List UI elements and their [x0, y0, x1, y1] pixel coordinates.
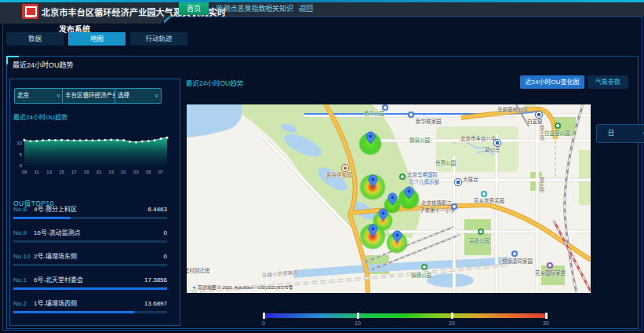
station-name: 1号-填埋场西侧	[34, 299, 144, 309]
value-bar-fill	[13, 217, 71, 219]
blue-poi-icon	[382, 104, 388, 111]
ranking-row[interactable]: No.10 2号-填埋场东侧 0	[13, 252, 167, 276]
value-bar-fill	[13, 287, 167, 290]
tab-track[interactable]: 行动轨迹	[130, 32, 187, 46]
ou-value: 17.3856	[144, 276, 167, 285]
station-marker-pin[interactable]	[404, 186, 414, 203]
svg-text:11: 11	[35, 170, 40, 174]
tab-data[interactable]: 数据	[6, 32, 64, 46]
map-place-label: 看丹公园	[364, 111, 384, 116]
city-select-value: 北京	[17, 92, 29, 99]
nav-item-back[interactable]: 返回	[292, 2, 320, 15]
map-place-label: 青少儿俱乐部	[409, 179, 439, 185]
map-place-label: 在建小京德高速	[262, 269, 298, 278]
rank-label: No.9	[13, 229, 34, 238]
map-time-select-value: 日	[608, 130, 614, 137]
city-select[interactable]: 北京 ∨	[14, 88, 64, 104]
station-name: 6号-北天堂村委会	[34, 276, 144, 285]
app-window: 北京市丰台区循环经济产业园大气恶臭状况实时 首页 监测点恶臭指数 相关知识 返回…	[0, 0, 644, 333]
station-name: 16号-流动监测点	[34, 229, 164, 238]
station-marker-pin[interactable]	[392, 230, 402, 247]
svg-text:05: 05	[146, 170, 151, 174]
metro-poi-icon	[454, 178, 462, 186]
legend-tick-label: 30	[538, 320, 554, 326]
park-select[interactable]: 丰台区循环经济产业园 ∨	[62, 88, 120, 104]
value-bar-fill	[13, 311, 134, 313]
panel-title: 最近24小时OU趋势	[13, 60, 74, 70]
blue-poi-icon	[511, 251, 518, 257]
map-place-label: 悦保康同家园	[502, 258, 533, 264]
map-place-label: 北京华希国际	[407, 172, 438, 177]
map-overlay: 看丹公园总部基地10区新华联家园御泉公园北京市丰台八中世界公园北京华希国际青少儿…	[187, 104, 591, 293]
svg-text:09: 09	[22, 170, 27, 174]
legend-tick-label: 10	[350, 320, 366, 326]
value-bar-track	[13, 287, 167, 290]
header-accent-line	[0, 0, 644, 2]
svg-text:17: 17	[71, 170, 77, 174]
station-name: 2号-填埋场东侧	[34, 252, 164, 262]
map-place-label: 高鑫公园	[469, 238, 489, 243]
map-place-label: 御泉公园	[409, 137, 430, 143]
legend-marker	[451, 313, 453, 319]
ou-value: 13.6897	[144, 299, 167, 309]
nav-item-home[interactable]: 首页	[179, 2, 209, 15]
ou-value: 6.4463	[148, 205, 167, 214]
svg-text:01: 01	[121, 170, 126, 174]
map-section-title: 最近24小时OU趋势	[186, 78, 243, 87]
svg-text:0: 0	[20, 163, 23, 168]
map-place-label: 新华联家园	[416, 119, 442, 124]
svg-text:15: 15	[59, 170, 64, 174]
park-poi-icon	[555, 123, 561, 129]
map-place-label: 锦绣公园	[411, 273, 431, 278]
blue-poi-icon	[408, 112, 414, 118]
rank-label: No.2	[13, 299, 34, 309]
poi-poi-icon	[341, 164, 349, 172]
legend-marker	[357, 313, 359, 319]
rank-label: No.10	[13, 252, 34, 262]
park-poi-icon	[421, 264, 428, 270]
legend-tick-label: 20	[444, 320, 460, 326]
station-marker-pin[interactable]	[368, 174, 378, 191]
map-place-label: 花乡国际家居	[535, 270, 566, 276]
ou-trend-chart: 1050091113151719212301030507	[13, 120, 170, 177]
map-canvas[interactable]: 看丹公园总部基地10区新华联家园御泉公园北京市丰台八中世界公园北京华希国际青少儿…	[187, 104, 591, 293]
value-bar-track	[13, 311, 167, 313]
station-marker-pin[interactable]	[387, 192, 398, 209]
station-name: 4号-筛分上料区	[34, 205, 148, 214]
station-marker-pin[interactable]	[366, 131, 376, 148]
park-poi-icon	[478, 229, 484, 235]
sidebar-panel: 北京 ∨ 丰台区循环经济产业园 ∨ 选择 ∨ 最近24小时OU趋势 105009…	[9, 79, 180, 326]
map-place-label: 子弟第十一小学	[420, 207, 456, 213]
tab-map[interactable]: 地图	[68, 32, 126, 46]
weather-params-button[interactable]: 气象参数	[588, 75, 628, 89]
main-nav: 首页 监测点恶臭指数 相关知识 返回	[0, 0, 644, 16]
map-place-label: 总部基地10区	[497, 107, 529, 112]
map-place-label: 郭公庄	[485, 147, 500, 152]
map-place-label: 北京铁路职工	[421, 200, 452, 206]
point-select[interactable]: 选择 ∨	[115, 88, 162, 104]
map-place-label: 樊羊路	[539, 177, 544, 192]
ranking-row[interactable]: No.1 6号-北天堂村委会 17.3856	[13, 276, 167, 299]
scenic-poi-icon	[481, 191, 487, 197]
station-marker-pin[interactable]	[368, 224, 378, 240]
metro-poi-icon	[493, 139, 501, 147]
map-place-label: 世界公园	[435, 160, 456, 166]
map-time-select[interactable]: 日 ∨	[596, 124, 644, 143]
ou-change-map-button[interactable]: 近24小时OU变化图	[520, 75, 584, 89]
svg-text:23: 23	[108, 170, 114, 174]
attribution-text: 高德地图 © 2021 AutoNavi - GS(2021)6375号	[198, 285, 293, 290]
ou-value: 0	[164, 229, 167, 238]
legend-marker	[545, 313, 548, 319]
ranking-row[interactable]: No.2 1号-填埋场西侧 13.6897	[13, 299, 167, 323]
map-place-label: 樊羊路	[539, 125, 544, 141]
metro-poi-icon	[535, 111, 543, 119]
svg-text:07: 07	[158, 170, 164, 174]
value-bar-track	[13, 217, 167, 219]
shop-poi-icon	[547, 262, 553, 269]
legend-tick-label: 0	[256, 320, 271, 326]
ranking-row[interactable]: No.9 16号-流动监测点 0	[13, 229, 167, 252]
ranking-row[interactable]: No.8 4号-筛分上料区 6.4463	[13, 205, 167, 229]
map-place-label: 白盆窑公园	[544, 130, 570, 136]
rank-label: No.1	[13, 276, 34, 285]
station-marker-pin[interactable]	[378, 208, 388, 225]
